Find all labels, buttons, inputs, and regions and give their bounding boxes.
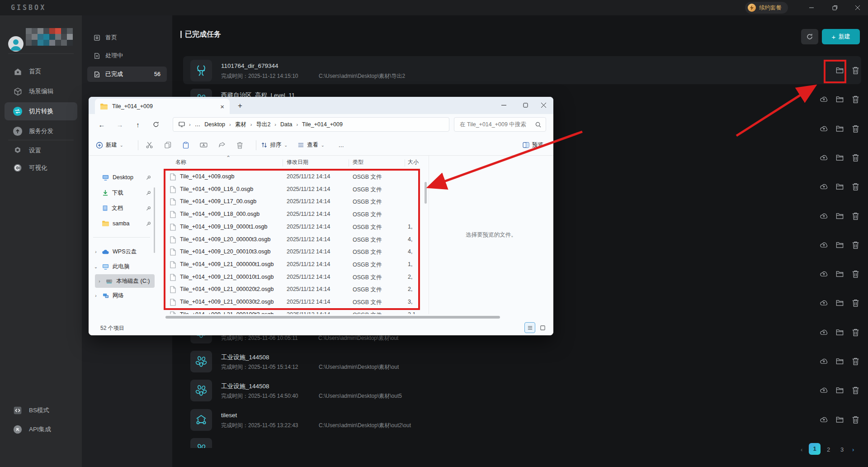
- folder-action-icon[interactable]: [835, 386, 844, 395]
- column-header-name[interactable]: 名称: [175, 158, 186, 166]
- file-row[interactable]: Tile_+014_+009_L16_0.osgb 2025/11/12 14:…: [158, 183, 426, 195]
- column-header-size[interactable]: 大小: [408, 158, 419, 166]
- forward-icon[interactable]: →: [113, 118, 127, 131]
- details-view-button[interactable]: [524, 322, 535, 333]
- trash-action-icon[interactable]: [851, 211, 860, 220]
- scrollbar-thumb[interactable]: [165, 316, 500, 319]
- nav-item-desktop[interactable]: Desktop: [91, 171, 153, 184]
- folder-action-icon[interactable]: [835, 124, 844, 133]
- toolbar-new-button[interactable]: 新建 ⌄: [96, 141, 123, 149]
- nav-scrollbar[interactable]: [154, 187, 155, 253]
- view-button[interactable]: 查看 ⌄: [297, 141, 325, 149]
- nav-item-this-pc[interactable]: ⌄ 此电脑: [91, 260, 153, 273]
- file-row[interactable]: Tile_+014_+009_L19_0000t1.osgb 2025/11/1…: [158, 221, 426, 233]
- cloud-action-icon[interactable]: [819, 211, 828, 220]
- breadcrumb-data[interactable]: Data: [280, 121, 292, 128]
- sidebar-item-home[interactable]: 首页: [5, 62, 77, 81]
- sidebar-item-slice-convert[interactable]: 切片转换: [5, 102, 77, 120]
- file-row[interactable]: Tile_+014_+009_L21_000010t1.osgb 2025/11…: [158, 271, 426, 283]
- trash-action-icon[interactable]: [851, 124, 860, 133]
- up-icon[interactable]: ↑: [131, 118, 145, 131]
- scrollbar-thumb[interactable]: [425, 182, 427, 204]
- file-row[interactable]: Tile_+014_+009_L21_000020t2.osgb 2025/11…: [158, 283, 426, 295]
- subsidebar-item-processing[interactable]: 处理中: [87, 48, 167, 63]
- trash-action-icon[interactable]: [851, 298, 860, 307]
- sidebar-item-bs-mode[interactable]: BS模式: [5, 401, 77, 419]
- file-row[interactable]: Tile_+014_+009_L20_00010t3.osgb 2025/11/…: [158, 246, 426, 258]
- breadcrumb-tile-folder[interactable]: Tile_+014_+009: [302, 121, 343, 128]
- cloud-action-icon[interactable]: [819, 328, 828, 337]
- sidebar-item-scene-edit[interactable]: 场景编辑: [5, 82, 77, 100]
- file-row[interactable]: Tile_+014_+009_L21_000100t3.osgb 2025/11…: [158, 309, 426, 314]
- nav-item-samba[interactable]: samba: [91, 217, 153, 230]
- new-tab-button[interactable]: +: [238, 101, 242, 110]
- folder-action-icon[interactable]: [835, 240, 844, 249]
- pagination-next[interactable]: ›: [852, 446, 854, 453]
- explorer-search-input[interactable]: [459, 121, 535, 128]
- new-task-button[interactable]: + 新建: [822, 29, 860, 44]
- sidebar-item-visualize[interactable]: 可视化: [5, 159, 77, 177]
- cloud-action-icon[interactable]: [819, 298, 828, 307]
- sidebar-item-service-distribute[interactable]: 服务分发: [5, 122, 77, 140]
- explorer-maximize-button[interactable]: [515, 97, 535, 113]
- share-icon[interactable]: [215, 138, 229, 152]
- breadcrumb-ellipsis[interactable]: …: [195, 121, 201, 128]
- file-row[interactable]: Tile_+014_+009_L17_00.osgb 2025/11/12 14…: [158, 195, 426, 208]
- back-icon[interactable]: ←: [95, 118, 108, 131]
- copy-icon[interactable]: [161, 138, 175, 152]
- trash-action-icon[interactable]: [851, 182, 860, 191]
- file-row[interactable]: Tile_+014_+009_L21_000030t2.osgb 2025/11…: [158, 296, 426, 308]
- search-icon[interactable]: [535, 122, 541, 128]
- cloud-action-icon[interactable]: [819, 240, 828, 249]
- folder-action-icon[interactable]: [835, 269, 844, 278]
- task-row[interactable]: tileset 完成时间：2025-11-05 13:22:43 C:\User…: [183, 405, 861, 434]
- breadcrumb-daochu2[interactable]: 导出2: [256, 121, 270, 129]
- trash-action-icon[interactable]: [851, 153, 860, 162]
- cloud-action-icon[interactable]: [819, 415, 828, 424]
- more-icon[interactable]: …: [335, 138, 348, 152]
- window-close-button[interactable]: [847, 0, 868, 15]
- trash-action-icon[interactable]: [851, 269, 860, 278]
- horizontal-scrollbar[interactable]: [89, 314, 553, 320]
- column-header-type[interactable]: 类型: [353, 158, 363, 166]
- breadcrumb-sucai[interactable]: 素材: [235, 121, 246, 129]
- subsidebar-item-completed[interactable]: 已完成 56: [87, 67, 167, 82]
- trash-action-icon[interactable]: [851, 386, 860, 395]
- refresh-icon[interactable]: [149, 118, 163, 131]
- folder-action-icon[interactable]: [835, 66, 844, 75]
- cloud-action-icon[interactable]: [819, 124, 828, 133]
- nav-item-downloads[interactable]: 下载: [91, 186, 153, 200]
- paste-icon[interactable]: [179, 138, 193, 152]
- task-row[interactable]: 工业设施_144508 完成时间：2025-11-05 14:50:40 C:\…: [183, 376, 861, 404]
- cloud-action-icon[interactable]: [819, 269, 828, 278]
- explorer-minimize-button[interactable]: [494, 97, 514, 113]
- cloud-action-icon[interactable]: [819, 357, 828, 366]
- cut-icon[interactable]: [143, 138, 156, 152]
- file-row[interactable]: Tile_+014_+009_L21_000000t1.osgb 2025/11…: [158, 258, 426, 271]
- pagination-page-3[interactable]: 3: [840, 446, 844, 453]
- folder-action-icon[interactable]: [835, 95, 844, 104]
- window-restore-button[interactable]: [825, 0, 845, 15]
- nav-item-wps-cloud[interactable]: › WPS云盘: [91, 245, 153, 258]
- task-row[interactable]: 工业设施_144508 完成时间：2025-11-05 15:14:12 C:\…: [183, 347, 861, 375]
- tab-close-icon[interactable]: ×: [220, 103, 224, 110]
- thumbnail-view-button[interactable]: [537, 322, 548, 333]
- user-avatar[interactable]: [8, 36, 24, 52]
- cloud-action-icon[interactable]: [819, 386, 828, 395]
- cloud-action-icon[interactable]: [819, 95, 828, 104]
- column-header-date[interactable]: 修改日期: [287, 158, 308, 166]
- file-row[interactable]: Tile_+014_+009_L20_00000t3.osgb 2025/11/…: [158, 234, 426, 246]
- trash-action-icon[interactable]: [851, 240, 860, 249]
- sort-button[interactable]: 排序 ⌄: [261, 141, 288, 149]
- sidebar-item-api-integration[interactable]: API集成: [5, 420, 77, 438]
- trash-action-icon[interactable]: [851, 357, 860, 366]
- folder-action-icon[interactable]: [835, 211, 844, 220]
- explorer-close-button[interactable]: [533, 97, 553, 113]
- pagination-page-1[interactable]: 1: [809, 443, 821, 455]
- task-row[interactable]: 1101764_dir_679344 完成时间：2025-11-12 14:15…: [183, 56, 861, 84]
- folder-action-icon[interactable]: [835, 153, 844, 162]
- window-minimize-button[interactable]: [801, 0, 822, 15]
- subsidebar-item-home[interactable]: 首页: [87, 30, 167, 45]
- folder-action-icon[interactable]: [835, 415, 844, 424]
- delete-icon[interactable]: [233, 138, 247, 152]
